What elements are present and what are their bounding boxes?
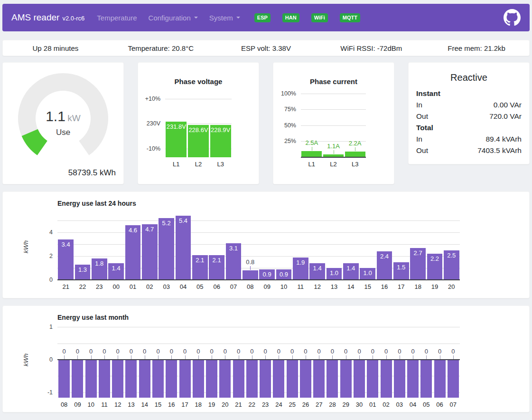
value-label: 0.8 bbox=[238, 258, 262, 266]
y-tick-label: -10% bbox=[136, 145, 160, 153]
zero-bar bbox=[300, 397, 311, 398]
zero-bar bbox=[233, 397, 244, 398]
label-connector bbox=[332, 355, 333, 359]
zero-bar bbox=[219, 397, 231, 398]
status-badge-wifi: WiFi bbox=[311, 13, 328, 22]
label-connector bbox=[104, 355, 105, 359]
x-tick-label: 17 bbox=[178, 401, 191, 408]
label-connector bbox=[250, 266, 251, 270]
label-connector bbox=[158, 355, 159, 359]
zero-bar bbox=[112, 397, 123, 398]
y-tick-label: 2 bbox=[28, 252, 53, 260]
x-tick-label: 14 bbox=[343, 283, 359, 290]
reactive-row-label: Out bbox=[416, 111, 428, 122]
value-label: 3.4 bbox=[58, 241, 74, 248]
reactive-row-total-out: Out 7403.5 kVArh bbox=[416, 145, 522, 156]
x-tick-label: L2 bbox=[187, 161, 210, 168]
value-label: 4.6 bbox=[125, 227, 141, 234]
axis-line bbox=[57, 359, 460, 360]
energy-24h-card: Energy use last 24 hours kWh 0243.4211.3… bbox=[2, 191, 530, 298]
bar bbox=[394, 360, 405, 398]
label-connector bbox=[400, 355, 400, 359]
reactive-row-instant-out: Out 720.0 VAr bbox=[416, 111, 522, 122]
reactive-row-label: Instant bbox=[416, 88, 440, 99]
x-tick-label: 05 bbox=[192, 283, 208, 290]
value-label: 231.8V bbox=[166, 123, 187, 130]
x-tick-label: 22 bbox=[74, 283, 91, 290]
zero-bar bbox=[193, 397, 204, 398]
label-connector bbox=[225, 355, 225, 359]
phase-voltage-card: Phase voltage +10%230V-10%231.8VL1228.6V… bbox=[138, 62, 259, 184]
status-badge-han: HAN bbox=[282, 13, 299, 22]
reactive-row-label: In bbox=[416, 134, 422, 145]
nav-system[interactable]: System bbox=[204, 10, 246, 26]
reactive-row-total-in: In 89.4 kVArh bbox=[416, 134, 522, 145]
bar bbox=[367, 360, 378, 398]
label-connector bbox=[91, 355, 92, 359]
zero-bar bbox=[287, 397, 298, 398]
page: AMS reader v2.0-rc6 Temperature Configur… bbox=[0, 0, 532, 420]
y-tick-label: 1 bbox=[28, 323, 53, 331]
bar bbox=[72, 360, 83, 398]
x-tick-label: 03 bbox=[158, 283, 175, 290]
gridline bbox=[57, 220, 460, 221]
top-row: 1.1 kW Use 58739.5 kWh Phase voltage +10… bbox=[2, 62, 530, 184]
zero-bar bbox=[273, 397, 284, 398]
x-tick-label: 23 bbox=[91, 283, 108, 290]
bar bbox=[246, 360, 258, 398]
value-label: 1.4 bbox=[309, 265, 325, 272]
value-label: 1.5 bbox=[393, 264, 409, 271]
energy-month-chart: 10-1008009010011012013014015016017018019… bbox=[3, 306, 529, 412]
power-gauge: 1.1 kW Use bbox=[16, 72, 111, 158]
nav-temperature[interactable]: Temperature bbox=[91, 10, 142, 26]
bar bbox=[219, 360, 231, 398]
zero-bar bbox=[260, 397, 271, 398]
reactive-row-instant-in: In 0.00 VAr bbox=[416, 99, 522, 111]
bar bbox=[99, 360, 110, 398]
value-label: 2.1 bbox=[192, 257, 208, 264]
bar bbox=[166, 360, 177, 398]
bar bbox=[233, 360, 244, 398]
x-tick-label: 09 bbox=[71, 401, 84, 408]
nav-links: Temperature Configuration System bbox=[91, 10, 245, 26]
bar bbox=[206, 360, 217, 398]
y-tick-label: 230V bbox=[136, 120, 160, 127]
x-tick-label: 14 bbox=[138, 401, 151, 408]
zero-bar bbox=[381, 397, 392, 398]
gauge-label: Use bbox=[16, 128, 111, 137]
zero-bar bbox=[448, 397, 459, 398]
x-tick-label: 15 bbox=[151, 401, 165, 408]
reactive-row-value: 89.4 kVArh bbox=[485, 134, 522, 145]
x-tick-label: 01 bbox=[124, 283, 141, 290]
zero-bar bbox=[367, 397, 378, 398]
bar bbox=[448, 360, 459, 398]
bar bbox=[407, 360, 419, 398]
x-tick-label: 16 bbox=[165, 401, 178, 408]
reactive-row-value: 720.0 VAr bbox=[489, 111, 522, 122]
value-label: 1.4 bbox=[108, 265, 124, 272]
gridline bbox=[165, 99, 232, 99]
bar bbox=[313, 360, 325, 398]
x-tick-label: 07 bbox=[225, 283, 242, 290]
value-label: 1.4 bbox=[343, 265, 359, 272]
github-link[interactable] bbox=[504, 9, 521, 26]
axis-line bbox=[57, 279, 460, 280]
status-badges: ESP HAN WiFi MQTT bbox=[254, 13, 360, 22]
label-connector bbox=[118, 355, 118, 359]
label-connector bbox=[171, 355, 172, 359]
value-label: 1.0 bbox=[327, 269, 342, 277]
value-label: 228.6V bbox=[188, 126, 209, 134]
zero-bar bbox=[420, 397, 432, 398]
zero-bar bbox=[354, 397, 365, 398]
x-tick-label: 10 bbox=[275, 283, 292, 290]
x-tick-label: 05 bbox=[420, 401, 433, 408]
x-tick-label: 04 bbox=[175, 283, 191, 290]
gridline bbox=[57, 232, 460, 233]
x-tick-label: 00 bbox=[108, 283, 124, 290]
phase-current-card: Phase current 100%75%50%25%2.5AL11.1AL22… bbox=[273, 62, 394, 184]
x-tick-label: 30 bbox=[353, 401, 366, 408]
zero-bar bbox=[394, 397, 405, 398]
app-brand[interactable]: AMS reader v2.0-rc6 bbox=[11, 12, 84, 23]
nav-configuration[interactable]: Configuration bbox=[143, 10, 204, 26]
y-tick-label: -1 bbox=[28, 389, 53, 396]
